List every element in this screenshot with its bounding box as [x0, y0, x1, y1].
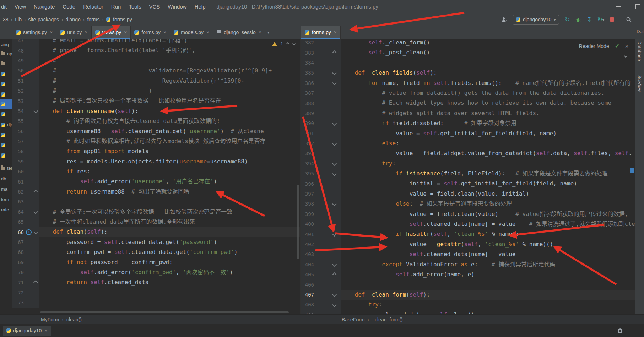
code-line[interactable]: 401 if hasattr(self, 'clean_%s' % name):	[301, 229, 635, 239]
override-method-icon[interactable]: ↑	[26, 229, 32, 235]
code-line[interactable]: 72	[12, 288, 300, 298]
fold-up-icon[interactable]	[33, 190, 38, 194]
code-line-text[interactable]: username88 = self.cleaned_data.get('user…	[39, 126, 300, 136]
code-line-text[interactable]: # RegexValidator(r'^159[0-	[39, 76, 300, 86]
breadcrumb-class[interactable]: MyForm	[41, 317, 59, 322]
code-line-text[interactable]: confirm_pwd = self.cleaned_data.get('con…	[39, 247, 300, 257]
code-line-text[interactable]: self.add_error('confirm_pwd', '两次密码不一致')	[39, 267, 300, 277]
tab-forms.py[interactable]: forms.py×	[131, 26, 170, 39]
code-line-text[interactable]: # value_from_datadict() gets the data fr…	[341, 88, 635, 98]
project-tree-item[interactable]: ma	[0, 184, 12, 194]
project-tree-item[interactable]	[0, 141, 12, 150]
code-line-text[interactable]: # )	[39, 86, 300, 96]
tool-button-sciview[interactable]: SciView	[637, 75, 642, 92]
tab-settings.py[interactable]: settings.py×	[12, 26, 56, 39]
breadcrumb-item[interactable]: site-packages	[28, 17, 59, 22]
code-line-text[interactable]: # validators=[RegexValidator(r'^[0-9]+	[39, 66, 300, 76]
code-line[interactable]: 398 else: # 如果字段是普通字段需要做的处理	[301, 199, 635, 209]
tab-close-icon[interactable]: ×	[44, 328, 47, 333]
fold-down-icon[interactable]	[33, 230, 38, 234]
code-line[interactable]: 61 self.add_error('username', '用户名已存在')	[12, 176, 300, 186]
code-line-text[interactable]: self.cleaned_data[name] = value	[341, 249, 635, 259]
project-tree-item[interactable]: ten	[0, 163, 12, 173]
tab-views.py[interactable]: views.py×	[92, 26, 131, 39]
code-line[interactable]: 64 # 全局钩子:一次可以校验多个字段数据 比如校验两次密码是否一致	[12, 207, 300, 217]
code-line[interactable]: 394 try:	[301, 159, 635, 169]
code-line-text[interactable]: # 钩子函数是有权力直接去cleaned_data里面获取数据的!	[39, 116, 300, 126]
code-line[interactable]: 407 def _clean_form(self):	[301, 290, 635, 300]
maximize-button[interactable]	[635, 4, 640, 9]
code-line-text[interactable]: # email = forms.EmailField(label='邮箱')	[39, 39, 300, 45]
project-tree-item[interactable]: ratc	[0, 205, 12, 214]
fold-down-icon[interactable]	[332, 262, 337, 267]
code-line[interactable]: 69 if not password == confirm_pwd:	[12, 257, 300, 267]
code-line[interactable]: 390 if field.disabled: # 如果字段对象禁用	[301, 118, 635, 128]
project-tree-item[interactable]	[0, 80, 12, 89]
breadcrumb-item[interactable]: Lib	[15, 17, 22, 22]
code-line[interactable]: 395 if isinstance(field, FileField): # 如…	[301, 169, 635, 179]
code-line[interactable]: 73	[12, 298, 300, 308]
fold-down-icon[interactable]	[332, 71, 337, 75]
run-config-selector[interactable]: djangoday10 ▾	[513, 15, 559, 25]
code-line-text[interactable]: self.add_error('username', '用户名已存在')	[39, 176, 300, 186]
code-line-text[interactable]: if isinstance(field, FileField): # 如果字段是…	[341, 169, 635, 179]
breadcrumb-item[interactable]: forms	[87, 17, 99, 22]
menu-item-refactor[interactable]: Refactor	[79, 4, 107, 10]
menu-item-dit[interactable]: dit	[0, 4, 11, 10]
code-line[interactable]: 47 # email = forms.EmailField(label='邮箱'…	[12, 39, 300, 45]
breadcrumb-method[interactable]: _clean_form()	[372, 317, 402, 322]
code-line-text[interactable]: self.add_error(name, e)	[341, 270, 635, 279]
code-line-text[interactable]: try:	[341, 300, 635, 310]
fold-down-icon[interactable]	[332, 232, 337, 237]
code-line-text[interactable]: else:	[341, 138, 635, 148]
code-line[interactable]: 386 for name, field in self.fields.items…	[301, 78, 635, 88]
project-tree-item[interactable]: app	[0, 49, 12, 58]
code-line[interactable]: 56 username88 = self.cleaned_data.get('u…	[12, 126, 300, 136]
code-line[interactable]: 71 return self.cleaned_data	[12, 277, 300, 287]
fold-down-icon[interactable]	[332, 81, 337, 85]
fold-down-icon[interactable]	[332, 121, 337, 126]
right-editor[interactable]: 382 self._clean_form()383 self._post_cle…	[301, 39, 635, 314]
error-stripe-mark[interactable]	[630, 168, 634, 173]
code-line[interactable]: 60 if res:	[12, 167, 300, 176]
code-line[interactable]: 396 initial = self.get_initial_for_field…	[301, 179, 635, 189]
minimize-button[interactable]	[616, 6, 621, 7]
search-icon[interactable]	[626, 17, 632, 23]
menu-item-vcs[interactable]: VCS	[145, 4, 164, 10]
code-line[interactable]: 393 value = field.widget.value_from_data…	[301, 148, 635, 158]
code-line[interactable]: 54 def clean_username(self):	[12, 106, 300, 116]
code-line[interactable]: 400 self.cleaned_data[name] = value # 如果…	[301, 219, 635, 229]
code-line-text[interactable]: if not password == confirm_pwd:	[39, 257, 300, 267]
code-line[interactable]: 67 password = self.cleaned_data.get('pas…	[12, 237, 300, 247]
code-line-text[interactable]: def _clean_form(self):	[341, 290, 635, 300]
breadcrumb-item[interactable]: forms.py	[113, 17, 132, 22]
code-line[interactable]: 385 def _clean_fields(self):	[301, 68, 635, 78]
fold-down-icon[interactable]	[33, 210, 38, 214]
code-line-text[interactable]: value = self.get_initial_for_field(field…	[341, 129, 635, 138]
code-line[interactable]: 403 self.cleaned_data[name] = value	[301, 249, 635, 259]
coverage-download-icon[interactable]: ↧	[586, 16, 591, 23]
tab-close-icon[interactable]: ×	[334, 29, 337, 35]
code-line[interactable]: 57 # 此时如果和数据库相连,就可以先导入models模块 然后查询该用户名是…	[12, 136, 300, 146]
vertical-scrollbar[interactable]	[297, 185, 299, 259]
code-line[interactable]: 391 value = self.get_initial_for_field(f…	[301, 129, 635, 138]
code-line[interactable]: 70 self.add_error('confirm_pwd', '两次密码不一…	[12, 267, 300, 277]
tool-button-database-clipped[interactable]: Data	[637, 29, 644, 34]
fold-down-icon[interactable]	[33, 109, 38, 114]
code-line[interactable]: 51 # RegexValidator(r'^159[0-	[12, 76, 300, 86]
breadcrumb-class[interactable]: BaseForm	[342, 317, 365, 322]
code-line-text[interactable]: def _clean_fields(self):	[341, 68, 635, 78]
tab-close-icon[interactable]: ×	[163, 29, 166, 35]
code-line-text[interactable]: def clean(self):	[39, 227, 300, 237]
code-line[interactable]: 402 value = getattr(self, 'clean_%s' % n…	[301, 239, 635, 249]
tab-close-icon[interactable]: ×	[124, 29, 127, 35]
fold-up-icon[interactable]	[33, 280, 38, 285]
code-line[interactable]: 387 # value_from_datadict() gets the dat…	[301, 88, 635, 98]
run-tool-window-tab[interactable]: djangoday10 ×	[3, 326, 51, 336]
menu-item-run[interactable]: Run	[107, 4, 125, 10]
code-line-text[interactable]: #	[39, 56, 300, 66]
code-line-text[interactable]: value = field.widget.value_from_datadict…	[341, 148, 635, 158]
reader-mode-label[interactable]: Reader Mode	[579, 43, 609, 49]
menu-item-tools[interactable]: Tools	[125, 4, 145, 10]
update-project-icon[interactable]: ↻▾	[597, 16, 604, 23]
